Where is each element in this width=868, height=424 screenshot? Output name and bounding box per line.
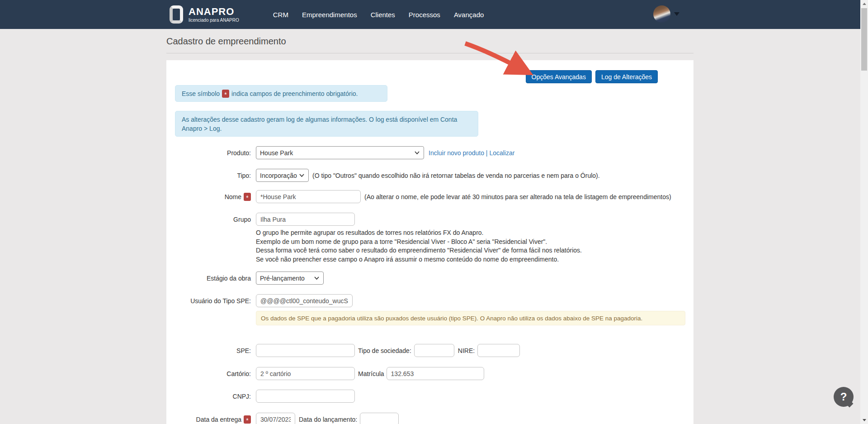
cartorio-label: Cartório:: [166, 370, 251, 377]
change-log-button[interactable]: Log de Alterações: [595, 70, 658, 83]
help-button[interactable]: ?: [834, 387, 854, 407]
cnpj-input[interactable]: [256, 390, 355, 403]
question-mark-icon: ?: [834, 387, 854, 407]
grupo-input[interactable]: [256, 213, 355, 226]
grupo-help-line: Se você não preencher esse campo o Anapr…: [256, 255, 582, 264]
form-card: Opções Avançadas Log de Alterações Esse …: [166, 60, 693, 424]
grupo-label: Grupo: [166, 216, 251, 223]
grupo-help-line: Dessa forma você terá como saber o resul…: [256, 246, 582, 255]
arrow-down-icon: [863, 419, 866, 421]
data-entrega-label-text: Data da entrega: [196, 416, 241, 423]
data-entrega-label: Data da entrega *: [166, 415, 251, 424]
main-nav: CRM Empreendimentos Clientes Processos A…: [267, 7, 490, 22]
scroll-down-button[interactable]: [860, 416, 868, 424]
toolbar: Opções Avançadas Log de Alterações: [526, 70, 658, 83]
produto-select-value: House Park: [260, 149, 293, 157]
spe-input[interactable]: [256, 344, 355, 357]
user-avatar[interactable]: [653, 5, 670, 23]
data-lancamento-label: Data do lançamento:: [299, 416, 357, 423]
nav-item-avancado[interactable]: Avançado: [448, 7, 490, 22]
nome-note: (Ao alterar o nome, ele pode levar até 3…: [364, 193, 671, 200]
required-asterisk-badge: *: [244, 415, 251, 424]
cartorio-row: Cartório: Matrícula: [166, 367, 484, 380]
nome-row: Nome * (Ao alterar o nome, ele pode leva…: [166, 190, 671, 203]
tipo-sociedade-label: Tipo de sociedade:: [358, 347, 411, 354]
spe-warning-text: Os dados de SPE que a pagadoria utiliza …: [261, 315, 642, 322]
grupo-help-line: O grupo lhe permite agrupar os resultado…: [256, 229, 582, 238]
nav-item-processos[interactable]: Processos: [403, 7, 446, 22]
nire-label: NIRE:: [458, 347, 475, 354]
spe-warning-alert: Os dados de SPE que a pagadoria utiliza …: [256, 311, 685, 325]
data-entrega-input[interactable]: [256, 413, 295, 424]
data-entrega-row: Data da entrega * Data do lançamento:: [166, 413, 399, 424]
chevron-down-icon[interactable]: [674, 12, 679, 16]
nav-item-crm[interactable]: CRM: [267, 7, 294, 22]
chevron-down-icon: [314, 276, 320, 280]
top-navbar: ANAPRO licenciado para ANAPRO CRM Empree…: [0, 0, 860, 29]
scroll-up-button[interactable]: [860, 0, 868, 8]
required-alert-suffix: indica campos de preenchimento obrigatór…: [231, 90, 358, 97]
grupo-help-text: O grupo lhe permite agrupar os resultado…: [256, 229, 582, 264]
scrollbar-thumb[interactable]: [861, 8, 867, 71]
nome-label: Nome *: [166, 193, 251, 201]
produto-row: Produto: House Park Incluir novo produto…: [166, 146, 514, 159]
chevron-down-icon: [299, 173, 305, 177]
required-fields-alert: Esse símbolo * indica campos de preenchi…: [175, 85, 387, 102]
anapro-logo[interactable]: ANAPRO licenciado para ANAPRO: [170, 5, 239, 24]
localizar-link[interactable]: Localizar: [489, 149, 514, 157]
estagio-select[interactable]: Pré-lançamento: [256, 272, 324, 285]
link-separator: |: [486, 149, 488, 157]
arrow-up-icon: [863, 3, 866, 5]
vertical-scrollbar[interactable]: [860, 0, 868, 424]
anapro-logo-icon: [170, 5, 183, 24]
grupo-row: Grupo: [166, 213, 355, 226]
grupo-help-line: Exemplo de um bom nome de grupo para a t…: [256, 238, 582, 247]
matricula-input[interactable]: [387, 367, 484, 380]
produto-select[interactable]: House Park: [256, 146, 424, 159]
usuario-spe-label: Usuário do Tipo SPE:: [166, 297, 251, 305]
usuario-spe-input[interactable]: [256, 294, 353, 307]
spe-label: SPE:: [166, 347, 251, 354]
required-asterisk-badge: *: [222, 90, 229, 98]
estagio-label: Estágio da obra: [166, 275, 251, 282]
chevron-down-icon: [414, 151, 420, 155]
page-title: Cadastro de empreendimento: [166, 36, 286, 47]
required-alert-prefix: Esse símbolo: [182, 90, 220, 97]
tipo-select-value: Incorporação: [260, 172, 297, 179]
brand-subtitle: licenciado para ANAPRO: [189, 18, 239, 23]
cnpj-label: CNPJ:: [166, 393, 251, 400]
user-menu[interactable]: [653, 5, 679, 23]
title-divider: [166, 53, 693, 53]
cnpj-row: CNPJ:: [166, 390, 355, 403]
log-info-text: As alterações desse cadastro geram log d…: [182, 115, 472, 133]
tipo-row: Tipo: Incorporação (O tipo "Outros" quan…: [166, 169, 600, 182]
nav-item-empreendimentos[interactable]: Empreendimentos: [296, 7, 363, 22]
advanced-options-button[interactable]: Opções Avançadas: [526, 70, 592, 83]
nome-input[interactable]: [256, 190, 361, 203]
brand-name: ANAPRO: [189, 7, 239, 17]
usuario-spe-row: Usuário do Tipo SPE:: [166, 294, 353, 307]
tipo-select[interactable]: Incorporação: [256, 169, 309, 182]
cartorio-input[interactable]: [256, 367, 355, 380]
spe-row: SPE: Tipo de sociedade: NIRE:: [166, 344, 520, 357]
data-lancamento-input[interactable]: [360, 413, 399, 424]
tipo-label: Tipo:: [166, 172, 251, 179]
nire-input[interactable]: [477, 344, 520, 357]
log-info-alert: As alterações desse cadastro geram log d…: [175, 111, 478, 137]
required-asterisk-badge: *: [244, 193, 251, 201]
nav-item-clientes[interactable]: Clientes: [365, 7, 401, 22]
estagio-row: Estágio da obra Pré-lançamento: [166, 272, 324, 285]
estagio-select-value: Pré-lançamento: [260, 275, 305, 282]
produto-label: Produto:: [166, 149, 251, 157]
tipo-note: (O tipo "Outros" quando escolhido não ir…: [312, 172, 600, 179]
matricula-label: Matrícula: [358, 370, 384, 377]
tipo-sociedade-input[interactable]: [414, 344, 454, 357]
nome-label-text: Nome: [225, 193, 241, 200]
incluir-novo-produto-link[interactable]: Incluir novo produto: [429, 149, 484, 157]
